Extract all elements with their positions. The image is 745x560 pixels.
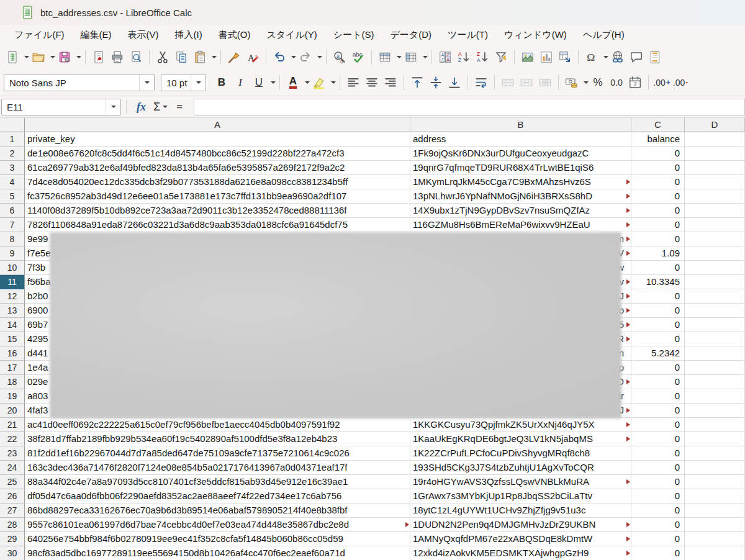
cell-D14[interactable] <box>685 318 745 332</box>
export-pdf-button[interactable] <box>89 48 108 66</box>
menu-tools[interactable]: ツール(T) <box>440 26 496 44</box>
cell-C9[interactable]: 1.09 <box>631 246 685 261</box>
column-header-C[interactable]: C <box>631 118 685 132</box>
cell-C25[interactable]: 0 <box>631 475 685 489</box>
cell-B28[interactable]: 1DUDN2N2Pen9q4DMJGMHvJzDrZ9UKBN <box>410 518 631 532</box>
row-header-19[interactable]: 19 <box>0 389 25 404</box>
cell-C18[interactable]: 0 <box>631 375 685 389</box>
cell-D5[interactable] <box>685 189 745 204</box>
column-header-A[interactable]: A <box>25 118 410 132</box>
menu-format[interactable]: 書式(O) <box>210 26 259 44</box>
cell-C5[interactable]: 0 <box>631 189 685 204</box>
row-header-15[interactable]: 15 <box>0 332 25 346</box>
cell-C20[interactable]: 0 <box>631 404 685 418</box>
row-header-21[interactable]: 21 <box>0 418 25 432</box>
save-dropdown-caret-icon[interactable] <box>76 56 81 58</box>
cell-D17[interactable] <box>685 361 745 375</box>
cell-C11[interactable]: 10.3345 <box>631 275 685 289</box>
clone-formatting-button[interactable] <box>225 48 243 66</box>
name-box[interactable]: E11 <box>1 99 121 115</box>
pivot-table-button[interactable] <box>556 48 574 66</box>
new-document-button[interactable] <box>3 48 22 66</box>
merge-cells-button[interactable] <box>517 73 536 92</box>
row-header-7[interactable]: 7 <box>0 218 25 232</box>
hyperlink-button[interactable] <box>608 48 627 66</box>
cell-B2[interactable]: 1Fk9ojQsKr6DNx3urDUfguCeoxyeudgazC <box>410 147 631 161</box>
sort-ascending-button[interactable]: AZ <box>454 48 473 66</box>
cell-D7[interactable] <box>685 218 745 232</box>
special-character-button[interactable]: Ω <box>582 48 601 66</box>
cell-D6[interactable] <box>685 204 745 218</box>
format-currency-dropdown-caret-icon[interactable] <box>584 81 589 84</box>
cell-B29[interactable]: 1AMNyQxqfdPM67e22xABQSDqE8kDmtW <box>410 532 631 546</box>
cell-D22[interactable] <box>685 432 745 446</box>
select-sum-button[interactable]: Σ <box>151 101 170 114</box>
open-file-dropdown-caret-icon[interactable] <box>50 56 55 58</box>
highlighting-color-button[interactable] <box>310 73 328 92</box>
row-header-26[interactable]: 26 <box>0 489 25 504</box>
cell-C12[interactable]: 0 <box>631 289 685 304</box>
font-size-dropdown[interactable] <box>191 75 205 91</box>
align-center-button[interactable] <box>363 73 381 92</box>
cell-B5[interactable]: 13pNLhwrJ6YpNafNMoGjN6iH3BRXsS8hD <box>410 189 631 204</box>
delete-decimal-button[interactable]: .00- <box>671 73 690 92</box>
cell-D21[interactable] <box>685 418 745 432</box>
row-header-11[interactable]: 11 <box>0 275 25 289</box>
format-date-button[interactable]: 7 <box>626 73 644 92</box>
cell-B1[interactable]: address <box>410 132 631 147</box>
cell-D13[interactable] <box>685 304 745 318</box>
format-number-button[interactable]: 0.0 <box>607 73 626 92</box>
row-header-12[interactable]: 12 <box>0 289 25 304</box>
bold-button[interactable]: B <box>212 73 231 92</box>
font-color-dropdown-caret-icon[interactable] <box>305 81 310 84</box>
insert-column-button[interactable] <box>402 48 420 66</box>
row-header-22[interactable]: 22 <box>0 432 25 446</box>
cell-C14[interactable]: 0 <box>631 318 685 332</box>
cell-B21[interactable]: 1KKGKCusyu73QpjfmkZK5UrXxNj46qJY5X <box>410 418 631 432</box>
cell-B7[interactable]: 116GZMu8Hs6BmEReMaP6wixvv9HZEaU <box>410 218 631 232</box>
cell-C10[interactable]: 0 <box>631 261 685 275</box>
menu-sheet[interactable]: シート(S) <box>325 26 382 44</box>
menu-styles[interactable]: スタイル(Y) <box>258 26 325 44</box>
cell-C15[interactable]: 0 <box>631 332 685 346</box>
row-header-25[interactable]: 25 <box>0 475 25 489</box>
clear-formatting-button[interactable]: A <box>243 48 262 66</box>
unmerge-cells-button[interactable] <box>536 73 554 92</box>
font-size-combo[interactable]: 10 pt <box>161 74 206 91</box>
font-color-button[interactable]: A <box>284 73 302 92</box>
cell-D26[interactable] <box>685 489 745 504</box>
merge-and-center-button[interactable] <box>499 73 517 92</box>
menu-file[interactable]: ファイル(F) <box>6 26 73 44</box>
row-header-9[interactable]: 9 <box>0 246 25 261</box>
cell-D18[interactable] <box>685 375 745 389</box>
cell-C16[interactable]: 5.2342 <box>631 346 685 361</box>
row-header-24[interactable]: 24 <box>0 461 25 475</box>
add-decimal-button[interactable]: .00+ <box>652 73 671 92</box>
cell-C1[interactable]: balance <box>631 132 685 147</box>
insert-chart-button[interactable] <box>537 48 556 66</box>
spelling-button[interactable]: abc <box>349 48 368 66</box>
cell-C13[interactable]: 0 <box>631 304 685 318</box>
cell-D16[interactable] <box>685 346 745 361</box>
cell-C26[interactable]: 0 <box>631 489 685 504</box>
save-button[interactable] <box>55 48 74 66</box>
row-header-30[interactable]: 30 <box>0 546 25 560</box>
cell-C23[interactable]: 0 <box>631 446 685 461</box>
cell-B24[interactable]: 193SHd5CKg3J7S4tzbZuhtjU1AgXvToCQR <box>410 461 631 475</box>
cell-D1[interactable] <box>685 132 745 147</box>
paste-button[interactable] <box>191 48 209 66</box>
font-name-dropdown[interactable] <box>139 75 154 91</box>
highlighting-color-dropdown-caret-icon[interactable] <box>331 81 336 84</box>
cell-A2[interactable]: de1e008e67620fc8c5dd4f6c51c14d8457480bcc… <box>25 147 410 161</box>
wrap-text-button[interactable] <box>472 73 490 92</box>
cut-button[interactable] <box>153 48 172 66</box>
cell-A23[interactable]: 81f2dd1ef16b22967044d7d7a85ded647de75109… <box>25 446 410 461</box>
formula-input[interactable] <box>194 99 745 115</box>
cell-D24[interactable] <box>685 461 745 475</box>
cell-B27[interactable]: 18ytC1zL4gUYWt1UCHv9ZhjZfjg9v51u3c <box>410 504 631 518</box>
underline-button[interactable]: U <box>250 73 268 92</box>
cell-D28[interactable] <box>685 518 745 532</box>
align-bottom-button[interactable] <box>445 73 464 92</box>
cell-C2[interactable]: 0 <box>631 147 685 161</box>
cell-C3[interactable]: 0 <box>631 161 685 175</box>
